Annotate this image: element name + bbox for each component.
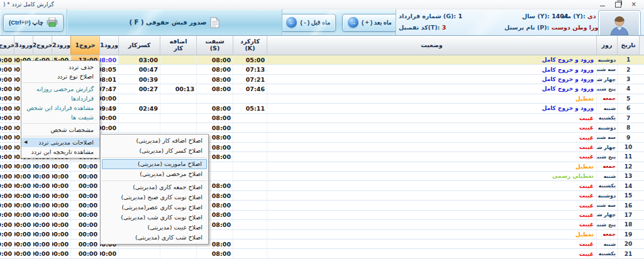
cell-out2[interactable]: 00:00 bbox=[33, 191, 52, 200]
menu-item-3[interactable]: گزارش مرخصی روزانه bbox=[21, 84, 99, 94]
cell-in1[interactable]: 07:47 bbox=[99, 84, 118, 93]
cell-extra[interactable] bbox=[160, 75, 196, 84]
cell-out3[interactable]: 00:00 bbox=[0, 220, 14, 229]
cell-out3[interactable]: 00:00 bbox=[0, 123, 14, 132]
cell-in1[interactable]: 00:00 bbox=[99, 114, 118, 123]
cell-status[interactable]: غیبت bbox=[267, 143, 596, 152]
cell-extra[interactable] bbox=[160, 104, 196, 113]
cell-in3[interactable]: 00:00 bbox=[14, 181, 33, 190]
cell-deficit[interactable]: 00:27 bbox=[118, 84, 160, 93]
cell-date[interactable]: 8 bbox=[617, 123, 639, 132]
cell-out3[interactable]: 00:00 bbox=[0, 133, 14, 141]
cell-day[interactable]: شنبه bbox=[596, 104, 617, 113]
cell-deficit[interactable]: 02:49 bbox=[118, 104, 160, 113]
cell-out3[interactable]: 00:00 bbox=[0, 249, 14, 258]
cell-out3[interactable]: 00:00 bbox=[0, 94, 14, 103]
cell-out2[interactable]: 00:00 bbox=[33, 162, 52, 171]
cell-out2[interactable]: 00:00 bbox=[33, 249, 52, 258]
cell-date[interactable]: 17 bbox=[617, 211, 639, 219]
cell-in2[interactable]: 00:00 bbox=[52, 162, 70, 171]
cell-date[interactable]: 18 bbox=[617, 220, 639, 229]
cell-in3[interactable]: 00:00 bbox=[14, 249, 33, 258]
cell-in2[interactable]: 00:00 bbox=[52, 181, 70, 190]
cell-day[interactable]: جمعه bbox=[596, 94, 617, 103]
column-header-4[interactable]: کارکرد(K) bbox=[233, 36, 267, 55]
cell-day[interactable]: جمعه bbox=[596, 162, 617, 171]
cell-out2[interactable]: 00:00 bbox=[33, 220, 52, 229]
cell-day[interactable]: پنج شنبه bbox=[596, 220, 617, 229]
column-header-12[interactable]: ورود3 bbox=[14, 36, 33, 55]
cell-date[interactable]: 19 bbox=[617, 230, 639, 239]
cell-date[interactable]: 21 bbox=[617, 249, 639, 258]
cell-status[interactable]: تعطیلی رسمی bbox=[267, 172, 596, 180]
cell-day[interactable]: چهار شنبه bbox=[596, 211, 617, 219]
cell-out3[interactable]: 00:00 bbox=[0, 230, 14, 239]
cell-extra[interactable] bbox=[160, 65, 196, 74]
cell-date[interactable]: 7 bbox=[617, 114, 639, 123]
menu-item-11[interactable]: اصلاح شب کاری (مدیریتی) bbox=[101, 233, 208, 243]
cell-date[interactable]: 4 bbox=[617, 84, 639, 93]
cell-k[interactable] bbox=[233, 181, 267, 190]
cell-date[interactable]: 12 bbox=[617, 162, 639, 171]
table-row-20[interactable]: 20شنبهغیبت08:0000:0000:0000:0000:0000:00… bbox=[0, 240, 644, 249]
cell-s[interactable]: 08:00 bbox=[196, 55, 233, 64]
cell-in2[interactable]: 00:00 bbox=[52, 249, 70, 258]
cell-status[interactable]: تعطیل bbox=[267, 162, 596, 171]
cell-s[interactable]: 08:00 bbox=[196, 123, 233, 132]
menu-item-9[interactable]: اصلاح نوبت کاری شب (مدیریتی) bbox=[101, 212, 208, 223]
cell-day[interactable]: سه شنبه bbox=[596, 65, 617, 74]
cell-date[interactable]: 14 bbox=[617, 181, 639, 190]
payslip-section[interactable]: صدور فیش حقوقی ( F ) bbox=[67, 9, 282, 35]
menu-item-11[interactable]: مشاهده تاریخچه این تردد bbox=[21, 147, 99, 157]
cell-out2[interactable]: 00:00 bbox=[33, 240, 52, 248]
menu-item-3[interactable]: اصلاح ماموریت (مدیریتی) bbox=[102, 159, 207, 169]
cell-out3[interactable]: 00:00 bbox=[0, 55, 14, 64]
menu-item-7[interactable]: اصلاح نوبت کاری صبح (مدیریتی) bbox=[101, 192, 208, 202]
cell-k[interactable] bbox=[233, 240, 267, 248]
cell-in3[interactable]: 00:00 bbox=[14, 201, 33, 209]
cell-out3[interactable]: 00:00 bbox=[0, 240, 14, 248]
table-row-15[interactable]: 15دوشنبهغیبت08:0000:0000:0000:0000:0000:… bbox=[0, 191, 644, 201]
cell-s[interactable]: 08:00 bbox=[196, 84, 233, 93]
cell-k[interactable] bbox=[233, 94, 267, 103]
cell-k[interactable] bbox=[233, 230, 267, 239]
cell-date[interactable]: 9 bbox=[617, 133, 639, 141]
cell-s[interactable]: 08:00 bbox=[196, 249, 233, 258]
cell-out1[interactable]: 00:00 bbox=[70, 191, 99, 200]
cell-out2[interactable]: 00:00 bbox=[33, 211, 52, 219]
cell-out1[interactable]: 00:00 bbox=[70, 230, 99, 239]
cell-in2[interactable]: 00:00 bbox=[52, 240, 70, 248]
cell-status[interactable]: غیبت bbox=[267, 201, 596, 209]
cell-in1[interactable]: 08:00 bbox=[99, 55, 118, 64]
cell-in1[interactable]: 09:49 bbox=[99, 104, 118, 113]
cell-day[interactable]: دوشنبه bbox=[596, 55, 617, 64]
cell-in2[interactable]: 00:00 bbox=[52, 230, 70, 239]
cell-out3[interactable]: 00:00 bbox=[0, 65, 14, 74]
cell-in2[interactable]: 00:00 bbox=[52, 201, 70, 209]
cell-status[interactable]: ورود و خروج کامل bbox=[267, 55, 596, 64]
cell-day[interactable]: دوشنبه bbox=[596, 191, 617, 200]
cell-k[interactable] bbox=[233, 201, 267, 209]
minimize-icon[interactable] bbox=[600, 3, 605, 6]
cell-status[interactable]: غیبت bbox=[267, 123, 596, 132]
close-icon[interactable]: × bbox=[631, 1, 636, 8]
cell-k[interactable] bbox=[233, 211, 267, 219]
menu-item-10[interactable]: اصلاحات مدیریتی تردد◀ bbox=[21, 138, 99, 147]
cell-k[interactable] bbox=[233, 249, 267, 258]
cell-k[interactable] bbox=[233, 114, 267, 123]
cell-out2[interactable]: 00:00 bbox=[33, 230, 52, 239]
cell-extra[interactable] bbox=[160, 94, 196, 103]
cell-status[interactable]: ورود و خروج کامل bbox=[267, 75, 596, 84]
table-row-13[interactable]: 13شنبهتعطیلی رسمی00:0000:0000:0000:0000:… bbox=[0, 172, 644, 181]
cell-date[interactable]: 5 bbox=[617, 94, 639, 103]
cell-status[interactable]: غیبت bbox=[267, 249, 596, 258]
menu-item-8[interactable]: اصلاح نوبت کاری عصر(مدیریتی) bbox=[101, 202, 208, 212]
cell-k[interactable]: 07:21 bbox=[233, 75, 267, 84]
menu-item-0[interactable]: حذف تردد bbox=[21, 62, 99, 72]
cell-s[interactable]: 08:00 bbox=[196, 104, 233, 113]
cell-in1[interactable]: 08:05 bbox=[99, 65, 118, 74]
cell-deficit[interactable] bbox=[118, 249, 160, 258]
cell-k[interactable] bbox=[233, 123, 267, 132]
menu-item-4[interactable]: اصلاح مرخصی (مدیریتی) bbox=[101, 169, 208, 179]
cell-date[interactable]: 15 bbox=[617, 191, 639, 200]
